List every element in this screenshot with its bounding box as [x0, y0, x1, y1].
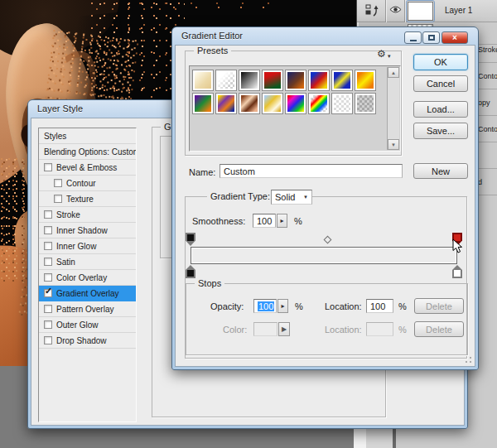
checkbox[interactable] — [44, 226, 52, 234]
resize-grip[interactable] — [465, 356, 472, 364]
smoothness-label: Smoothness: — [192, 216, 245, 226]
ok-button[interactable]: OK — [413, 54, 468, 70]
smoothness-popup-button[interactable]: ▸ — [277, 214, 287, 228]
gradient-preset[interactable] — [215, 70, 237, 91]
smoothness-value: 100 — [257, 216, 272, 226]
new-button[interactable]: New — [413, 163, 468, 179]
stops-label: Stops — [195, 278, 224, 288]
scroll-up-icon[interactable]: ▲ — [388, 67, 399, 78]
checkbox[interactable] — [44, 305, 52, 313]
layer-name[interactable]: Layer 1 — [445, 6, 472, 15]
gradient-preset[interactable] — [331, 70, 353, 91]
checkbox-checked[interactable]: ✓ — [44, 289, 52, 297]
cancel-button[interactable]: Cancel — [413, 75, 468, 92]
gradient-preset[interactable] — [215, 93, 237, 114]
opacity-value-selected: 100 — [258, 301, 274, 311]
blending-options-row[interactable]: Blending Options: Custom — [39, 144, 136, 160]
save-button[interactable]: Save... — [413, 123, 468, 139]
smoothness-input[interactable]: 100 — [253, 214, 276, 228]
checkbox[interactable] — [44, 258, 52, 266]
gradient-bar[interactable] — [191, 247, 457, 264]
layer-style-title: Layer Style — [37, 104, 83, 113]
satin-row[interactable]: Satin — [39, 254, 136, 270]
row-label: Pattern Overlay — [56, 305, 113, 314]
gear-icon[interactable]: ⚙ — [377, 48, 386, 60]
gradient-type-label: Gradient Type: — [207, 191, 273, 201]
gradient-preset[interactable] — [355, 70, 376, 91]
name-label: Name: — [189, 167, 215, 177]
close-button[interactable]: × — [442, 31, 468, 44]
checkbox[interactable] — [44, 273, 52, 282]
styles-list-header[interactable]: Styles — [39, 128, 136, 144]
color-stop-right[interactable] — [452, 265, 462, 278]
maximize-button[interactable] — [422, 31, 440, 44]
color-overlay-row[interactable]: Color Overlay — [39, 270, 136, 286]
color-menu-arrow-icon[interactable]: ▶ — [278, 322, 290, 336]
minimize-icon — [410, 40, 417, 41]
gradient-editor-dialog[interactable]: Gradient Editor × Presets ⚙ ▾ — [171, 26, 479, 370]
effect-label: Stroke — [478, 46, 497, 54]
delete-color-stop-button[interactable]: Delete — [414, 321, 464, 337]
gradient-preset[interactable] — [239, 93, 260, 114]
presets-scrollbar[interactable]: ▲ ▼ — [387, 67, 399, 150]
location-value: 100 — [370, 301, 385, 311]
layer-row[interactable]: Layer 1 — [357, 0, 497, 22]
panel-strip — [366, 427, 393, 448]
checkbox[interactable] — [44, 163, 52, 171]
gradient-preset[interactable] — [192, 93, 214, 114]
contour-row[interactable]: Contour — [39, 176, 136, 191]
gradient-preset[interactable] — [285, 70, 306, 91]
smoothness-unit: % — [294, 216, 302, 226]
opacity-stop-left[interactable] — [186, 233, 195, 246]
opacity-input[interactable]: 100 — [253, 299, 277, 313]
gradient-preset[interactable] — [308, 70, 330, 91]
gradient-preset[interactable] — [285, 93, 306, 114]
load-button[interactable]: Load... — [413, 101, 468, 118]
name-value: Custom — [224, 166, 255, 176]
gradient-preset[interactable] — [239, 70, 260, 91]
stroke-row[interactable]: Stroke — [39, 207, 136, 223]
panel-edge — [393, 427, 396, 448]
texture-row[interactable]: Texture — [39, 191, 136, 207]
color-stop-left[interactable] — [186, 265, 195, 278]
checkbox[interactable] — [54, 179, 62, 187]
scrollbar-strip[interactable] — [354, 427, 366, 448]
location-input[interactable]: 100 — [366, 299, 393, 313]
gradient-preset[interactable] — [308, 93, 330, 114]
scroll-down-icon[interactable]: ▼ — [388, 139, 399, 150]
checkbox[interactable] — [44, 320, 52, 329]
checkbox[interactable] — [44, 210, 52, 219]
color-swatch-button[interactable] — [253, 322, 277, 336]
gradient-preset[interactable] — [262, 93, 283, 114]
pattern-overlay-row[interactable]: Pattern Overlay — [39, 301, 136, 317]
gradient-preset[interactable] — [192, 70, 214, 91]
midpoint-diamond[interactable] — [324, 236, 332, 244]
minimize-button[interactable] — [404, 31, 422, 44]
checkbox[interactable] — [54, 195, 62, 203]
location2-input[interactable] — [366, 322, 393, 336]
bevel-emboss-row[interactable]: Bevel & Emboss — [39, 160, 136, 176]
name-input[interactable]: Custom — [220, 164, 403, 178]
effect-label: Conto — [478, 125, 497, 133]
chevron-down-icon: ▼ — [303, 195, 308, 200]
outer-glow-row[interactable]: Outer Glow — [39, 317, 136, 333]
checkbox[interactable] — [44, 242, 52, 250]
delete-opacity-stop-button[interactable]: Delete — [414, 298, 464, 314]
inner-shadow-row[interactable]: Inner Shadow — [39, 223, 136, 238]
gradient-preset[interactable] — [331, 93, 353, 114]
stops-group: Stops Opacity: 100 ▸ % Location: 100 % D… — [186, 283, 468, 355]
drop-shadow-row[interactable]: Drop Shadow — [39, 333, 136, 349]
opacity-popup-button[interactable]: ▸ — [277, 299, 288, 313]
gradient-preset[interactable] — [355, 93, 376, 114]
gradient-type-value: Solid — [275, 192, 295, 202]
visibility-eye-icon[interactable] — [389, 5, 402, 16]
effect-label: Conto — [478, 72, 497, 80]
checkbox[interactable] — [44, 336, 52, 344]
gradient-overlay-row[interactable]: ✓Gradient Overlay — [39, 286, 136, 301]
inner-glow-row[interactable]: Inner Glow — [39, 238, 136, 254]
row-label: Contour — [66, 179, 96, 188]
layer-thumbnail[interactable] — [408, 2, 433, 21]
gradient-preset[interactable] — [262, 70, 283, 91]
location-label: Location: — [325, 301, 362, 311]
gradient-type-dropdown[interactable]: Solid ▼ — [271, 190, 312, 205]
